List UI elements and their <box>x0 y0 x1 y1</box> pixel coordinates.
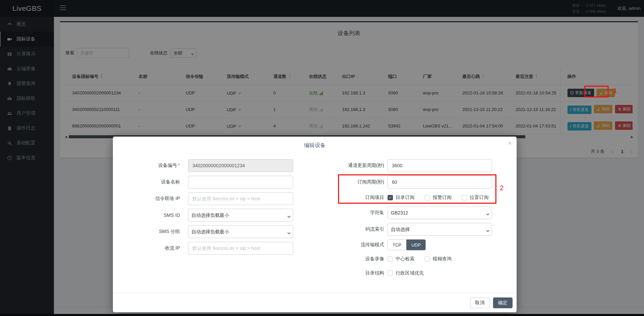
recv-ip-field[interactable] <box>188 242 293 255</box>
close-icon[interactable]: × <box>508 139 512 147</box>
channel-refresh-label: 通道更新周期(秒) <box>325 163 384 169</box>
device-id-field <box>188 159 293 172</box>
form-row-signal-ip: 信令联络 IP <box>129 192 301 205</box>
charset-select[interactable]: GB2312 <box>388 206 492 219</box>
signal-ip-label: 信令联络 IP <box>129 196 180 202</box>
ok-button[interactable]: 确定 <box>493 297 513 308</box>
form-row-device-name: 设备名称 <box>129 175 301 189</box>
sms-id-select[interactable]: 自动选择负载最小 <box>188 209 293 222</box>
form-row-device-id: 设备编号* <box>129 159 301 172</box>
form-row-recv-ip: 收流 IP <box>129 241 301 255</box>
form-row-charset: 字符集 GB2312 <box>325 206 503 220</box>
stream-mode-toggle: TCP UDP <box>388 239 492 250</box>
device-id-label: 设备编号* <box>129 163 180 169</box>
form-row-stream-mode: 流传输模式 TCP UDP <box>325 239 503 251</box>
modal-form-left: 设备编号* 设备名称 信令联络 IP SMS ID 自动选择负载最小 SMS 分… <box>129 159 301 258</box>
edit-device-modal: 编辑设备 × 设备编号* 设备名称 信令联络 IP SMS ID 自动选择负载最… <box>113 137 517 312</box>
tcp-toggle-button[interactable]: TCP <box>388 239 406 250</box>
cancel-button[interactable]: 取消 <box>470 297 490 308</box>
udp-toggle-button[interactable]: UDP <box>406 239 426 250</box>
signal-ip-field[interactable] <box>188 192 293 205</box>
sms-group-label: SMS 分组 <box>129 229 180 235</box>
form-row-dir-structure: 目录结构 行政区域优先 <box>325 267 503 279</box>
stream-index-label: 码流索引 <box>325 226 384 232</box>
alarm-subscribe-checkbox[interactable] <box>425 195 430 200</box>
device-name-field[interactable] <box>188 176 293 189</box>
form-row-channel-refresh: 通道更新周期(秒) <box>325 159 503 172</box>
stream-index-select[interactable]: 自动选择 <box>388 223 492 236</box>
admin-region-priority-checkbox[interactable] <box>388 270 393 276</box>
form-row-stream-index: 码流索引 自动选择 <box>325 223 503 236</box>
form-row-sms-id: SMS ID 自动选择负载最小 <box>129 208 301 222</box>
modal-form-right: 通道更新周期(秒) 订阅周期(秒) 订阅项目 ✓目录订阅 报警订阅 位置订阅 字… <box>325 159 503 282</box>
required-asterisk: * <box>178 163 180 168</box>
channel-refresh-field[interactable] <box>388 159 492 172</box>
sms-id-label: SMS ID <box>129 212 180 218</box>
charset-label: 字符集 <box>325 210 384 216</box>
stream-mode-label: 流传输模式 <box>325 242 384 248</box>
subscribe-period-label: 订阅周期(秒) <box>325 179 384 185</box>
recv-ip-label: 收流 IP <box>129 245 180 251</box>
catalog-subscribe-checkbox[interactable]: ✓ <box>388 195 393 200</box>
form-row-sms-group: SMS 分组 自动选择负载最小 <box>129 225 301 238</box>
sms-group-select[interactable]: 自动选择负载最小 <box>188 225 293 238</box>
device-record-label: 设备录像 <box>325 256 384 262</box>
subscribe-period-field[interactable] <box>388 176 492 189</box>
fuzzy-query-checkbox[interactable] <box>425 256 430 262</box>
dir-structure-label: 目录结构 <box>325 270 384 276</box>
modal-footer: 取消 确定 <box>113 293 517 312</box>
center-search-checkbox[interactable] <box>388 256 393 262</box>
subscribe-items-label: 订阅项目 <box>325 195 384 201</box>
form-row-subscribe-items: 订阅项目 ✓目录订阅 报警订阅 位置订阅 <box>325 192 503 203</box>
position-subscribe-checkbox[interactable] <box>462 195 467 200</box>
form-row-device-record: 设备录像 中心检索 模糊查询 <box>325 253 503 265</box>
modal-title: 编辑设备 <box>113 137 517 149</box>
device-name-label: 设备名称 <box>129 179 180 185</box>
form-row-subscribe-period: 订阅周期(秒) <box>325 175 503 189</box>
